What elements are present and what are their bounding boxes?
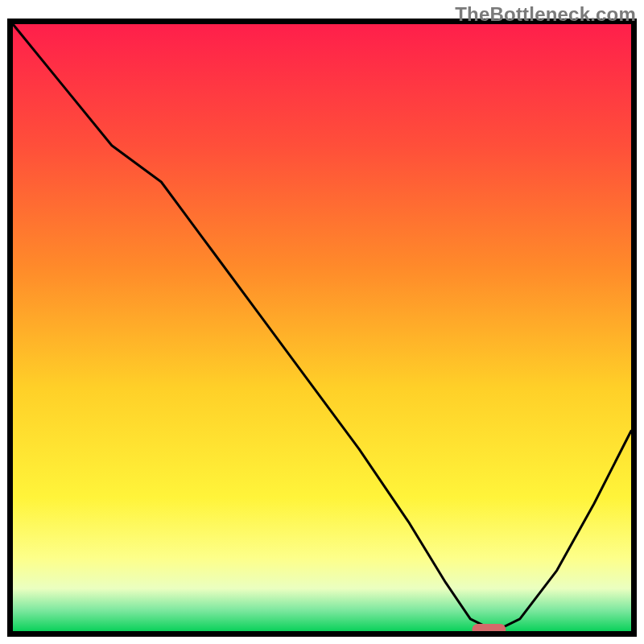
chart-background xyxy=(13,24,631,631)
chart-stage: TheBottleneck.com xyxy=(0,0,644,644)
bottleneck-chart xyxy=(0,0,644,644)
watermark-text: TheBottleneck.com xyxy=(455,3,636,26)
